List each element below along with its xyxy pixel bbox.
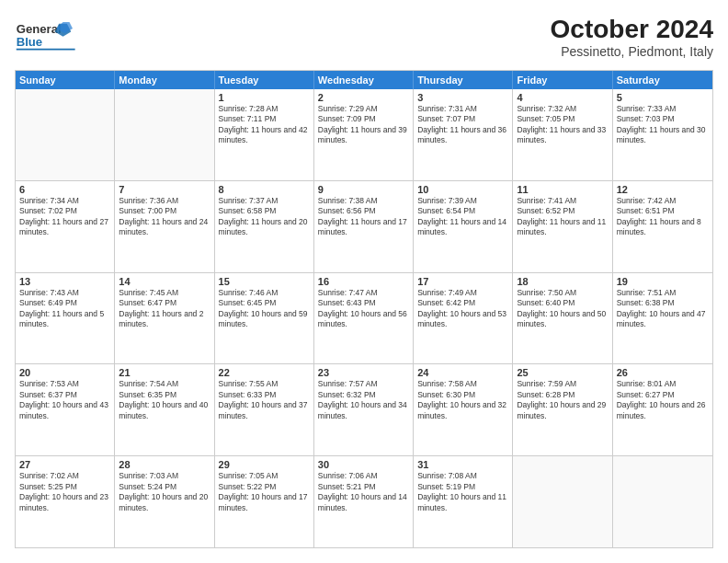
day-number: 11 xyxy=(517,184,608,195)
day-info: Sunrise: 7:34 AMSunset: 7:02 PMDaylight:… xyxy=(19,196,110,238)
calendar-cell: 4Sunrise: 7:32 AMSunset: 7:05 PMDaylight… xyxy=(513,89,612,180)
day-info: Sunrise: 7:49 AMSunset: 6:42 PMDaylight:… xyxy=(417,288,508,330)
day-number: 27 xyxy=(19,459,110,470)
calendar-header: SundayMondayTuesdayWednesdayThursdayFrid… xyxy=(16,71,712,89)
day-info: Sunrise: 7:33 AMSunset: 7:03 PMDaylight:… xyxy=(617,104,709,146)
header: General Blue October 2024 Pessinetto, Pi… xyxy=(15,15,713,61)
calendar-cell: 27Sunrise: 7:02 AMSunset: 5:25 PMDayligh… xyxy=(16,456,115,547)
calendar-week-4: 20Sunrise: 7:53 AMSunset: 6:37 PMDayligh… xyxy=(16,363,712,455)
calendar-cell xyxy=(16,89,115,180)
calendar-cell: 20Sunrise: 7:53 AMSunset: 6:37 PMDayligh… xyxy=(16,364,115,455)
calendar-body: 1Sunrise: 7:28 AMSunset: 7:11 PMDaylight… xyxy=(16,89,712,547)
calendar-cell: 19Sunrise: 7:51 AMSunset: 6:38 PMDayligh… xyxy=(613,273,712,364)
calendar-cell: 13Sunrise: 7:43 AMSunset: 6:49 PMDayligh… xyxy=(16,273,115,364)
day-info: Sunrise: 7:39 AMSunset: 6:54 PMDaylight:… xyxy=(417,196,508,238)
day-info: Sunrise: 7:03 AMSunset: 5:24 PMDaylight:… xyxy=(119,471,210,513)
calendar-cell: 23Sunrise: 7:57 AMSunset: 6:32 PMDayligh… xyxy=(314,364,414,455)
day-info: Sunrise: 7:47 AMSunset: 6:43 PMDaylight:… xyxy=(318,288,409,330)
day-info: Sunrise: 7:53 AMSunset: 6:37 PMDaylight:… xyxy=(19,379,110,421)
day-info: Sunrise: 7:41 AMSunset: 6:52 PMDaylight:… xyxy=(517,196,608,238)
day-number: 8 xyxy=(219,184,310,195)
day-info: Sunrise: 7:59 AMSunset: 6:28 PMDaylight:… xyxy=(517,379,608,421)
calendar-cell: 29Sunrise: 7:05 AMSunset: 5:22 PMDayligh… xyxy=(215,456,314,547)
calendar-cell: 10Sunrise: 7:39 AMSunset: 6:54 PMDayligh… xyxy=(414,181,513,272)
day-number: 26 xyxy=(617,367,709,378)
day-number: 5 xyxy=(617,92,709,103)
day-number: 10 xyxy=(417,184,508,195)
calendar-cell: 24Sunrise: 7:58 AMSunset: 6:30 PMDayligh… xyxy=(414,364,513,455)
day-info: Sunrise: 7:51 AMSunset: 6:38 PMDaylight:… xyxy=(617,288,709,330)
calendar-cell: 7Sunrise: 7:36 AMSunset: 7:00 PMDaylight… xyxy=(115,181,214,272)
day-info: Sunrise: 7:05 AMSunset: 5:22 PMDaylight:… xyxy=(219,471,310,513)
header-day-friday: Friday xyxy=(513,71,612,89)
header-day-saturday: Saturday xyxy=(613,71,712,89)
calendar-cell: 11Sunrise: 7:41 AMSunset: 6:52 PMDayligh… xyxy=(513,181,612,272)
header-day-thursday: Thursday xyxy=(414,71,513,89)
day-info: Sunrise: 7:29 AMSunset: 7:09 PMDaylight:… xyxy=(318,104,409,146)
day-number: 28 xyxy=(119,459,210,470)
day-number: 17 xyxy=(417,276,508,287)
day-info: Sunrise: 7:32 AMSunset: 7:05 PMDaylight:… xyxy=(517,104,608,146)
day-info: Sunrise: 7:02 AMSunset: 5:25 PMDaylight:… xyxy=(19,471,110,513)
calendar-cell: 22Sunrise: 7:55 AMSunset: 6:33 PMDayligh… xyxy=(215,364,314,455)
day-info: Sunrise: 7:58 AMSunset: 6:30 PMDaylight:… xyxy=(417,379,508,421)
day-info: Sunrise: 7:46 AMSunset: 6:45 PMDaylight:… xyxy=(219,288,310,330)
day-number: 19 xyxy=(617,276,709,287)
calendar-cell: 25Sunrise: 7:59 AMSunset: 6:28 PMDayligh… xyxy=(513,364,612,455)
day-number: 2 xyxy=(318,92,409,103)
day-info: Sunrise: 7:38 AMSunset: 6:56 PMDaylight:… xyxy=(318,196,409,238)
day-number: 22 xyxy=(219,367,310,378)
calendar-week-1: 1Sunrise: 7:28 AMSunset: 7:11 PMDaylight… xyxy=(16,89,712,180)
svg-text:General: General xyxy=(17,22,62,36)
calendar-cell: 3Sunrise: 7:31 AMSunset: 7:07 PMDaylight… xyxy=(414,89,513,180)
calendar: SundayMondayTuesdayWednesdayThursdayFrid… xyxy=(15,70,713,548)
logo-image: General Blue xyxy=(15,15,79,61)
day-number: 16 xyxy=(318,276,409,287)
calendar-cell: 30Sunrise: 7:06 AMSunset: 5:21 PMDayligh… xyxy=(314,456,414,547)
day-info: Sunrise: 7:42 AMSunset: 6:51 PMDaylight:… xyxy=(617,196,709,238)
calendar-cell: 5Sunrise: 7:33 AMSunset: 7:03 PMDaylight… xyxy=(613,89,712,180)
calendar-cell: 21Sunrise: 7:54 AMSunset: 6:35 PMDayligh… xyxy=(115,364,214,455)
day-number: 30 xyxy=(318,459,409,470)
day-info: Sunrise: 7:50 AMSunset: 6:40 PMDaylight:… xyxy=(517,288,608,330)
calendar-cell xyxy=(513,456,612,547)
day-info: Sunrise: 7:31 AMSunset: 7:07 PMDaylight:… xyxy=(417,104,508,146)
day-info: Sunrise: 7:57 AMSunset: 6:32 PMDaylight:… xyxy=(318,379,409,421)
day-info: Sunrise: 7:08 AMSunset: 5:19 PMDaylight:… xyxy=(417,471,508,513)
page-title: October 2024 xyxy=(551,15,713,44)
day-number: 1 xyxy=(219,92,310,103)
calendar-cell: 16Sunrise: 7:47 AMSunset: 6:43 PMDayligh… xyxy=(314,273,414,364)
day-info: Sunrise: 7:06 AMSunset: 5:21 PMDaylight:… xyxy=(318,471,409,513)
calendar-cell: 17Sunrise: 7:49 AMSunset: 6:42 PMDayligh… xyxy=(414,273,513,364)
title-area: October 2024 Pessinetto, Piedmont, Italy xyxy=(551,15,713,59)
page: General Blue October 2024 Pessinetto, Pi… xyxy=(0,0,728,563)
calendar-cell xyxy=(115,89,214,180)
day-number: 6 xyxy=(19,184,110,195)
day-number: 23 xyxy=(318,367,409,378)
calendar-cell: 2Sunrise: 7:29 AMSunset: 7:09 PMDaylight… xyxy=(314,89,414,180)
day-info: Sunrise: 7:36 AMSunset: 7:00 PMDaylight:… xyxy=(119,196,210,238)
day-info: Sunrise: 7:37 AMSunset: 6:58 PMDaylight:… xyxy=(219,196,310,238)
page-subtitle: Pessinetto, Piedmont, Italy xyxy=(551,44,713,59)
calendar-week-2: 6Sunrise: 7:34 AMSunset: 7:02 PMDaylight… xyxy=(16,180,712,272)
day-info: Sunrise: 7:43 AMSunset: 6:49 PMDaylight:… xyxy=(19,288,110,330)
day-number: 18 xyxy=(517,276,608,287)
day-info: Sunrise: 7:54 AMSunset: 6:35 PMDaylight:… xyxy=(119,379,210,421)
header-day-tuesday: Tuesday xyxy=(215,71,314,89)
calendar-cell xyxy=(613,456,712,547)
svg-text:Blue: Blue xyxy=(17,35,42,49)
day-number: 15 xyxy=(219,276,310,287)
calendar-cell: 12Sunrise: 7:42 AMSunset: 6:51 PMDayligh… xyxy=(613,181,712,272)
calendar-cell: 15Sunrise: 7:46 AMSunset: 6:45 PMDayligh… xyxy=(215,273,314,364)
day-number: 13 xyxy=(19,276,110,287)
day-number: 31 xyxy=(417,459,508,470)
day-number: 21 xyxy=(119,367,210,378)
header-day-sunday: Sunday xyxy=(16,71,115,89)
header-day-wednesday: Wednesday xyxy=(314,71,414,89)
calendar-cell: 14Sunrise: 7:45 AMSunset: 6:47 PMDayligh… xyxy=(115,273,214,364)
calendar-week-3: 13Sunrise: 7:43 AMSunset: 6:49 PMDayligh… xyxy=(16,272,712,364)
calendar-cell: 28Sunrise: 7:03 AMSunset: 5:24 PMDayligh… xyxy=(115,456,214,547)
calendar-cell: 26Sunrise: 8:01 AMSunset: 6:27 PMDayligh… xyxy=(613,364,712,455)
day-info: Sunrise: 7:28 AMSunset: 7:11 PMDaylight:… xyxy=(219,104,310,146)
calendar-cell: 31Sunrise: 7:08 AMSunset: 5:19 PMDayligh… xyxy=(414,456,513,547)
